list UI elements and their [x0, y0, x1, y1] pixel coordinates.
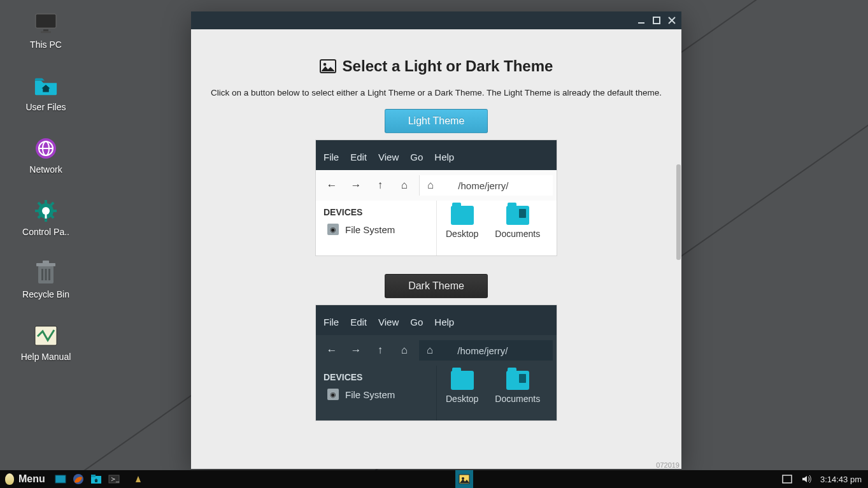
svg-rect-31 [55, 475, 66, 483]
build-id: 072019 [656, 461, 679, 469]
desktop-icon-label: User Files [25, 102, 66, 112]
light-theme-button[interactable]: Light Theme [385, 109, 488, 133]
preview-menubar: File Edit View Go Help [316, 305, 557, 335]
svg-rect-0 [36, 14, 56, 28]
desktop-icon-this-pc[interactable]: This PC [14, 11, 78, 50]
folder-label: Desktop [446, 394, 478, 404]
menu-help: Help [434, 317, 454, 327]
trash-icon [34, 261, 58, 285]
path-box: ⌂/home/jerry/ [419, 175, 553, 196]
dark-theme-button[interactable]: Dark Theme [385, 274, 488, 298]
svg-rect-17 [45, 211, 47, 219]
desktop-icon-control-panel[interactable]: Control Pa.. [14, 199, 78, 237]
svg-rect-39 [783, 475, 792, 483]
devices-heading: DEVICES [324, 207, 429, 217]
folder-desktop: Desktop [446, 206, 478, 250]
svg-text:≻_: ≻_ [111, 476, 120, 482]
tray-desktop-icon[interactable] [782, 475, 792, 484]
preview-menubar: File Edit View Go Help [316, 140, 557, 170]
folder-icon [506, 371, 529, 390]
svg-rect-1 [43, 29, 48, 31]
close-button[interactable] [665, 13, 679, 27]
forward-icon: → [344, 341, 368, 360]
menu-go: Go [410, 152, 423, 162]
light-theme-preview: File Edit View Go Help ← → ↑ ⌂ ⌂/home/je… [315, 140, 557, 256]
devices-heading: DEVICES [324, 372, 429, 382]
preview-toolbar: ← → ↑ ⌂ ⌂/home/jerry/ [316, 335, 557, 366]
terminal-launcher[interactable]: ≻_ [105, 470, 123, 488]
file-system-label: File System [345, 389, 395, 400]
svg-rect-20 [43, 261, 49, 264]
menu-label: Menu [18, 473, 45, 485]
disk-icon: ◉ [327, 389, 339, 400]
home-icon: ⌂ [427, 179, 434, 192]
distro-logo-icon [5, 473, 14, 485]
image-icon [320, 59, 336, 73]
svg-point-30 [323, 63, 326, 66]
folder-icon [451, 371, 474, 390]
wrench-gear-icon [34, 199, 58, 223]
svg-rect-22 [45, 269, 47, 280]
window-content: Select a Light or Dark Theme Click on a … [191, 29, 681, 469]
taskbar-clock[interactable]: 3:14:43 pm [820, 475, 862, 484]
file-system-label: File System [345, 224, 395, 235]
preview-sidebar: DEVICES ◉File System [316, 366, 437, 420]
svg-rect-23 [48, 269, 50, 280]
desktop-icon-label: Network [29, 164, 62, 175]
svg-rect-21 [41, 269, 43, 280]
description: Click on a button below to select either… [211, 88, 662, 97]
svg-rect-34 [91, 475, 96, 477]
monitor-icon [34, 11, 58, 36]
preview-toolbar: ← → ↑ ⌂ ⌂/home/jerry/ [316, 170, 557, 201]
menu-help: Help [434, 152, 454, 162]
menu-view: View [378, 152, 399, 162]
svg-rect-25 [638, 22, 644, 24]
folder-icon [451, 206, 474, 225]
up-icon: ↑ [368, 341, 392, 360]
folder-icon [506, 206, 529, 225]
home-icon: ⌂ [427, 344, 433, 357]
up-icon: ↑ [368, 176, 392, 195]
desktop-icon-label: Recycle Bin [22, 289, 69, 299]
dark-theme-preview: File Edit View Go Help ← → ↑ ⌂ ⌂/home/je… [315, 305, 557, 421]
scrollbar[interactable] [676, 164, 681, 260]
window-titlebar[interactable] [191, 11, 681, 29]
globe-icon [34, 136, 58, 161]
firefox-launcher[interactable] [69, 470, 87, 488]
menu-edit: Edit [350, 152, 367, 162]
menu-go: Go [410, 317, 423, 327]
maximize-button[interactable] [650, 13, 664, 27]
path-text: /home/jerry/ [457, 345, 508, 356]
menu-view: View [378, 317, 399, 327]
desktop-icon-recycle-bin[interactable]: Recycle Bin [14, 261, 78, 299]
desktop-icon-label: Control Pa.. [22, 227, 69, 237]
menu-file: File [324, 152, 339, 162]
file-system-item: ◉File System [324, 224, 429, 235]
show-desktop-button[interactable] [52, 470, 69, 488]
tray-volume-icon[interactable] [801, 475, 811, 484]
menu-file: File [324, 317, 339, 327]
home-icon: ⌂ [392, 341, 416, 360]
folder-home-icon [34, 74, 58, 98]
file-system-item: ◉File System [324, 389, 429, 400]
start-menu-button[interactable]: Menu [0, 473, 52, 485]
minimize-button[interactable] [634, 13, 648, 27]
back-icon: ← [320, 341, 344, 360]
taskbar-active-window[interactable] [455, 470, 473, 488]
svg-rect-26 [653, 17, 660, 24]
svg-rect-10 [35, 210, 40, 212]
folder-documents: Documents [495, 371, 540, 415]
heading-text: Select a Light or Dark Theme [343, 57, 553, 75]
menu-edit: Edit [350, 317, 367, 327]
taskbar: Menu ≻_ 3:14:43 pm [0, 470, 868, 488]
desktop-icon-help-manual[interactable]: Help Manual [14, 324, 78, 362]
disk-icon: ◉ [327, 224, 339, 235]
desktop-icon-network[interactable]: Network [14, 136, 78, 175]
desktop-icon-label: Help Manual [21, 352, 71, 362]
path-text: /home/jerry/ [458, 180, 508, 191]
file-manager-launcher[interactable] [87, 470, 105, 488]
theme-selector-window: Select a Light or Dark Theme Click on a … [191, 11, 681, 469]
desktop-icon-user-files[interactable]: User Files [14, 74, 78, 112]
page-heading: Select a Light or Dark Theme [320, 57, 553, 75]
svg-rect-11 [52, 210, 57, 212]
